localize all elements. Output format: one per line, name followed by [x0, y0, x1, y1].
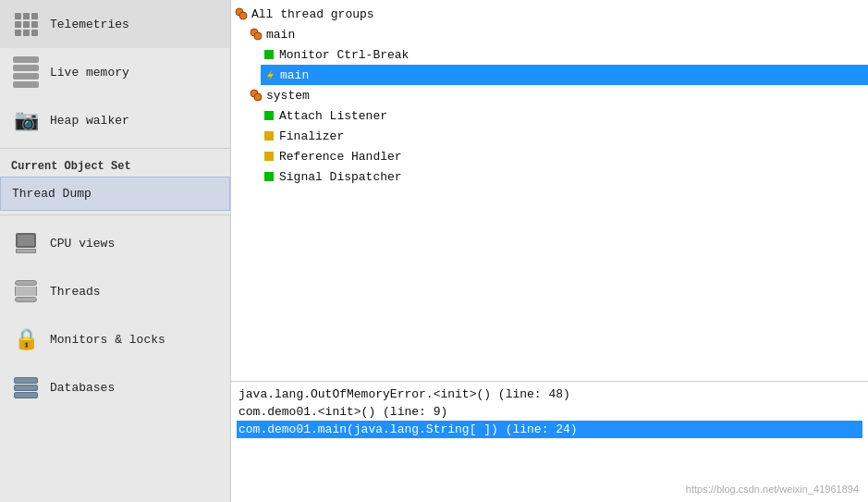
- svg-point-6: [254, 93, 262, 101]
- sq-green-icon: [264, 50, 275, 59]
- sq-yellow-icon: [264, 131, 275, 141]
- tree-node-main-thread[interactable]: main: [261, 65, 868, 85]
- sidebar-item-threads-label: Threads: [50, 285, 101, 299]
- lightning-icon: [264, 69, 276, 81]
- sidebar-divider-2: [0, 214, 230, 215]
- sidebar-item-databases[interactable]: Databases: [0, 363, 230, 411]
- tree-node-attach-listener[interactable]: Attach Listener: [261, 105, 868, 126]
- sq-green-icon: [264, 172, 275, 181]
- telemetries-icon: [11, 9, 41, 39]
- current-object-set-label: Current Object Set: [11, 160, 131, 173]
- tree-node-label: main: [280, 68, 309, 82]
- sidebar-item-databases-label: Databases: [50, 381, 115, 395]
- cpu-views-icon: [11, 228, 41, 258]
- tree-node-label: Signal Dispatcher: [279, 170, 402, 184]
- sidebar-item-threads[interactable]: Threads: [0, 267, 230, 315]
- tree-node-signal-dispatcher[interactable]: Signal Dispatcher: [261, 166, 868, 187]
- tree-node-finalizer[interactable]: Finalizer: [261, 126, 868, 146]
- svg-marker-4: [267, 70, 274, 80]
- tree-node-label: Reference Handler: [279, 150, 402, 164]
- thread-dump-label: Thread Dump: [12, 187, 92, 201]
- stack-line-text: com.demo01.<init>() (line: 9): [238, 405, 447, 419]
- tree-node-monitor-ctrl-break[interactable]: Monitor Ctrl-Break: [261, 44, 868, 65]
- tree-node-all-thread-groups[interactable]: All thread groups: [231, 4, 868, 24]
- sidebar-item-cpu-views-label: CPU views: [50, 237, 115, 251]
- sidebar-section-current-object-set: Current Object Set: [0, 153, 230, 177]
- tree-node-label: system: [266, 89, 310, 103]
- threads-icon: [11, 276, 41, 306]
- tree-node-label: Attach Listener: [279, 109, 387, 123]
- tree-node-main-group[interactable]: main: [246, 24, 868, 44]
- stack-line-text: java.lang.OutOfMemoryError.<init>() (lin…: [238, 387, 570, 401]
- live-memory-icon: [11, 57, 41, 87]
- group-icon: [250, 89, 263, 102]
- tree-node-reference-handler[interactable]: Reference Handler: [261, 146, 868, 166]
- tree-node-label: Monitor Ctrl-Break: [279, 48, 409, 62]
- stack-line-text: com.demo01.main(java.lang.String[ ]) (li…: [238, 422, 578, 436]
- sq-green-icon: [264, 111, 275, 120]
- main-panel: All thread groups main Monitor Ctrl-Brea…: [231, 0, 868, 502]
- group-icon: [250, 28, 263, 41]
- svg-point-1: [239, 12, 247, 19]
- sidebar: Telemetries Live memory 📷 Heap walker Cu…: [0, 0, 231, 502]
- databases-icon: [11, 373, 41, 402]
- sidebar-item-telemetries[interactable]: Telemetries: [0, 0, 230, 48]
- sq-yellow-icon: [264, 152, 275, 161]
- monitors-locks-icon: 🔒: [11, 324, 41, 354]
- heap-walker-icon: 📷: [11, 105, 41, 135]
- sidebar-item-live-memory-label: Live memory: [50, 66, 129, 80]
- stack-trace-panel[interactable]: java.lang.OutOfMemoryError.<init>() (lin…: [231, 382, 868, 502]
- thread-tree[interactable]: All thread groups main Monitor Ctrl-Brea…: [231, 0, 868, 382]
- sidebar-divider-1: [0, 148, 230, 149]
- sidebar-item-cpu-views[interactable]: CPU views: [0, 219, 230, 267]
- tree-node-label: All thread groups: [251, 7, 374, 21]
- tree-node-system-group[interactable]: system: [246, 85, 868, 105]
- group-icon: [235, 7, 248, 20]
- sidebar-item-heap-walker[interactable]: 📷 Heap walker: [0, 96, 230, 144]
- sidebar-item-thread-dump[interactable]: Thread Dump: [0, 177, 230, 211]
- sidebar-item-monitors-locks-label: Monitors & locks: [50, 333, 165, 347]
- tree-node-label: Finalizer: [279, 129, 344, 143]
- sidebar-item-monitors-locks[interactable]: 🔒 Monitors & locks: [0, 315, 230, 363]
- stack-line-2[interactable]: com.demo01.<init>() (line: 9): [237, 403, 862, 421]
- sidebar-item-live-memory[interactable]: Live memory: [0, 48, 230, 96]
- stack-line-3[interactable]: com.demo01.main(java.lang.String[ ]) (li…: [237, 421, 862, 438]
- stack-line-1[interactable]: java.lang.OutOfMemoryError.<init>() (lin…: [237, 386, 862, 403]
- sidebar-item-heap-walker-label: Heap walker: [50, 114, 129, 128]
- tree-node-label: main: [266, 28, 295, 42]
- svg-point-3: [254, 32, 262, 40]
- sidebar-item-telemetries-label: Telemetries: [50, 18, 129, 31]
